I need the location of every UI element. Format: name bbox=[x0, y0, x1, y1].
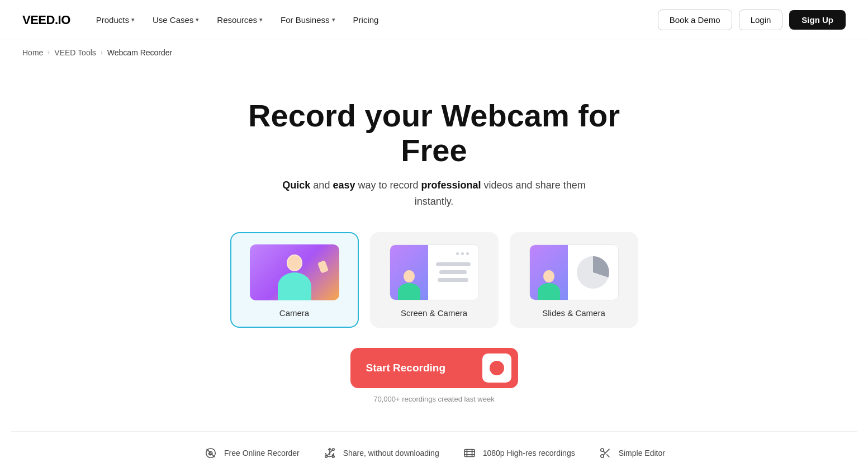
features-row: Free Online Recorder Share, without down… bbox=[11, 431, 857, 462]
slides-camera-label: Slides & Camera bbox=[542, 308, 605, 318]
signup-button[interactable]: Sign Up bbox=[789, 10, 846, 30]
record-dot bbox=[490, 361, 504, 375]
nav-item-pricing[interactable]: Pricing bbox=[345, 11, 387, 29]
feature-hd: 1080p High-res recordings bbox=[462, 445, 575, 461]
recordings-count: 70,000+ recordings created last week bbox=[373, 395, 494, 403]
feature-share-label: Share, without downloading bbox=[343, 449, 439, 458]
breadcrumb-separator: › bbox=[101, 49, 103, 56]
book-demo-button[interactable]: Book a Demo bbox=[658, 10, 732, 30]
breadcrumb-current: Webcam Recorder bbox=[107, 48, 172, 57]
breadcrumb-tools[interactable]: VEED Tools bbox=[54, 48, 96, 57]
screen-camera-label: Screen & Camera bbox=[401, 308, 467, 318]
feature-editor: Simple Editor bbox=[597, 445, 665, 461]
mode-card-slides-camera[interactable]: Slides & Camera bbox=[510, 232, 638, 328]
breadcrumb: Home › VEED Tools › Webcam Recorder bbox=[0, 40, 868, 65]
feature-free-recorder: Free Online Recorder bbox=[203, 445, 300, 461]
svg-point-12 bbox=[600, 455, 604, 458]
login-button[interactable]: Login bbox=[739, 10, 783, 30]
slides-camera-thumbnail bbox=[529, 244, 619, 300]
svg-line-1 bbox=[207, 449, 215, 457]
breadcrumb-separator: › bbox=[48, 49, 50, 56]
hero-title: Record your Webcam for Free bbox=[216, 98, 652, 167]
feature-share: Share, without downloading bbox=[322, 445, 439, 461]
logo[interactable]: VEED.IO bbox=[22, 13, 70, 27]
start-recording-button[interactable]: Start Recording bbox=[350, 348, 518, 388]
feature-hd-label: 1080p High-res recordings bbox=[483, 449, 575, 458]
mode-cards: Camera bbox=[230, 232, 638, 328]
chevron-down-icon: ▾ bbox=[332, 16, 335, 23]
breadcrumb-home[interactable]: Home bbox=[22, 48, 43, 57]
nav-left: VEED.IO Products ▾ Use Cases ▾ Resources… bbox=[22, 11, 386, 29]
camera-label: Camera bbox=[279, 308, 309, 318]
hero-section: Record your Webcam for Free Quick and ea… bbox=[0, 65, 868, 462]
svg-point-5 bbox=[332, 455, 334, 458]
hero-subtitle-professional: professional bbox=[421, 180, 481, 191]
chevron-down-icon: ▾ bbox=[131, 16, 135, 23]
camera-thumbnail bbox=[250, 244, 339, 300]
hero-subtitle-easy: easy bbox=[333, 180, 355, 191]
chevron-down-icon: ▾ bbox=[196, 16, 199, 23]
share-icon bbox=[322, 445, 338, 461]
svg-point-11 bbox=[600, 449, 604, 452]
svg-line-14 bbox=[606, 454, 609, 457]
scissors-icon bbox=[597, 445, 613, 461]
svg-rect-6 bbox=[464, 449, 475, 456]
svg-line-15 bbox=[603, 451, 605, 453]
hero-subtitle: Quick and easy way to record professiona… bbox=[278, 177, 591, 210]
nav-item-resources[interactable]: Resources ▾ bbox=[209, 11, 271, 29]
record-icon bbox=[482, 353, 511, 383]
nav-item-products[interactable]: Products ▾ bbox=[88, 11, 143, 29]
hero-subtitle-quick: Quick bbox=[282, 180, 310, 191]
film-icon bbox=[462, 445, 477, 461]
svg-point-3 bbox=[332, 449, 334, 451]
mode-card-screen-camera[interactable]: Screen & Camera bbox=[370, 232, 499, 328]
nav-item-usecases[interactable]: Use Cases ▾ bbox=[145, 11, 207, 29]
feature-editor-label: Simple Editor bbox=[619, 449, 665, 458]
screen-camera-thumbnail bbox=[390, 244, 479, 300]
nav-right: Book a Demo Login Sign Up bbox=[658, 10, 846, 30]
nav-item-forbusiness[interactable]: For Business ▾ bbox=[273, 11, 343, 29]
navigation: VEED.IO Products ▾ Use Cases ▾ Resources… bbox=[0, 0, 868, 40]
svg-point-4 bbox=[325, 455, 327, 458]
feature-free-label: Free Online Recorder bbox=[224, 449, 300, 458]
chevron-down-icon: ▾ bbox=[259, 16, 263, 23]
no-camera-icon bbox=[203, 445, 219, 461]
start-recording-label: Start Recording bbox=[366, 362, 446, 374]
mode-card-camera[interactable]: Camera bbox=[230, 232, 359, 328]
